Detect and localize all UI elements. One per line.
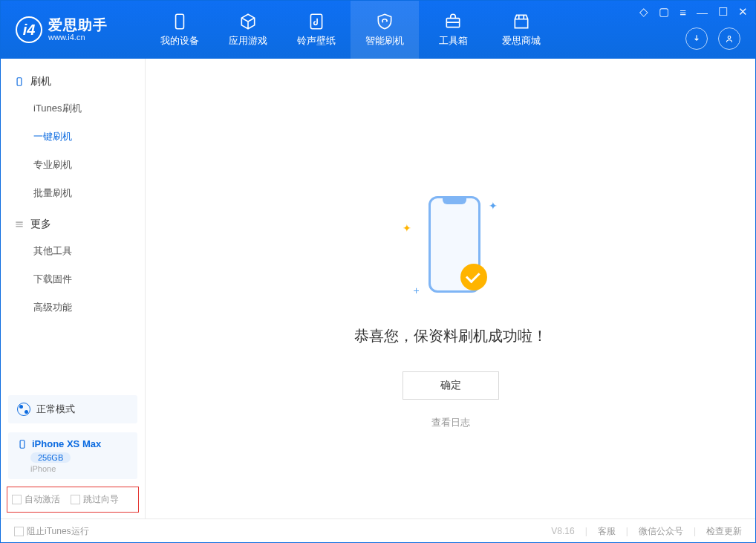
tab-label: 我的设备: [160, 34, 199, 48]
tab-smart-flash[interactable]: 智能刷机: [351, 1, 419, 59]
logo-icon: i4: [16, 16, 42, 43]
download-icon: [691, 33, 702, 44]
main-content: ✦ ✦ + 恭喜您，保资料刷机成功啦！ 确定 查看日志: [146, 59, 755, 518]
mode-icon: [17, 403, 30, 416]
sidebar-item-batch-flash[interactable]: 批量刷机: [1, 179, 145, 207]
checkbox-block-itunes[interactable]: 阻止iTunes运行: [14, 525, 89, 538]
sidebar-group-flash: 刷机: [1, 69, 145, 94]
note-icon[interactable]: ▢: [659, 5, 669, 19]
svg-rect-4: [17, 78, 22, 86]
tab-ringtone-wallpaper[interactable]: 铃声壁纸: [282, 1, 351, 59]
footer: 阻止iTunes运行 V8.16 | 客服 | 微信公众号 | 检查更新: [1, 518, 755, 543]
tab-label: 应用游戏: [229, 34, 267, 48]
toolbox-icon: [443, 12, 463, 31]
mode-label: 正常模式: [36, 403, 75, 416]
logo-area: i4 爱思助手 www.i4.cn: [1, 16, 146, 43]
app-header: i4 爱思助手 www.i4.cn 我的设备 应用游戏 铃声壁纸 智能刷机 工具…: [1, 1, 755, 59]
tab-toolbox[interactable]: 工具箱: [419, 1, 487, 59]
user-icon: [724, 33, 734, 44]
checkbox-highlight-row: 自动激活 跳过向导: [7, 487, 139, 513]
mode-box[interactable]: 正常模式: [8, 395, 137, 423]
success-illustration: ✦ ✦ +: [395, 192, 506, 304]
checkbox-auto-activate[interactable]: 自动激活: [12, 493, 60, 506]
device-name: iPhone XS Max: [32, 438, 101, 449]
header-right-icons: [685, 27, 740, 50]
sidebar-item-itunes-flash[interactable]: iTunes刷机: [1, 94, 145, 123]
ok-button[interactable]: 确定: [403, 371, 499, 400]
minimize-button[interactable]: —: [697, 6, 708, 19]
tab-store[interactable]: 爱思商城: [487, 1, 555, 59]
tab-my-device[interactable]: 我的设备: [146, 1, 214, 59]
download-button[interactable]: [685, 27, 708, 50]
svg-rect-1: [310, 14, 322, 29]
phone-small-icon: [17, 439, 27, 449]
app-subtitle: www.i4.cn: [48, 33, 108, 42]
window-controls: ◇ ▢ ≡ — ☐ ✕: [639, 5, 748, 19]
sidebar-item-advanced[interactable]: 高级功能: [1, 293, 145, 322]
footer-link-wechat[interactable]: 微信公众号: [639, 525, 683, 538]
tab-label: 工具箱: [439, 34, 468, 48]
shirt-icon[interactable]: ◇: [639, 5, 648, 19]
app-title: 爱思助手: [48, 18, 108, 33]
svg-rect-5: [20, 440, 25, 448]
tab-label: 爱思商城: [502, 34, 541, 48]
success-message: 恭喜您，保资料刷机成功啦！: [354, 326, 547, 346]
menu-icon[interactable]: ≡: [680, 6, 686, 19]
device-type: iPhone: [30, 464, 128, 473]
footer-link-update[interactable]: 检查更新: [706, 525, 742, 538]
nav-tabs: 我的设备 应用游戏 铃声壁纸 智能刷机 工具箱 爱思商城: [146, 1, 555, 59]
sparkle-icon: ✦: [489, 200, 498, 212]
sidebar: 刷机 iTunes刷机 一键刷机 专业刷机 批量刷机 更多 其他工具 下载固件 …: [1, 59, 146, 518]
music-file-icon: [307, 12, 326, 31]
tab-label: 铃声壁纸: [297, 34, 336, 48]
close-button[interactable]: ✕: [738, 5, 748, 19]
sidebar-item-pro-flash[interactable]: 专业刷机: [1, 151, 145, 179]
version-label: V8.16: [551, 526, 574, 536]
maximize-button[interactable]: ☐: [718, 5, 728, 19]
svg-rect-0: [176, 14, 184, 29]
sparkle-icon: +: [414, 284, 420, 296]
cube-icon: [238, 12, 258, 31]
sidebar-item-other-tools[interactable]: 其他工具: [1, 237, 145, 265]
view-log-link[interactable]: 查看日志: [431, 416, 470, 429]
store-icon: [512, 12, 531, 31]
phone-icon: [14, 77, 25, 87]
sidebar-group-more: 更多: [1, 212, 145, 237]
sidebar-item-download-firmware[interactable]: 下载固件: [1, 265, 145, 293]
tab-label: 智能刷机: [365, 34, 404, 48]
device-icon: [170, 12, 189, 31]
shield-sync-icon: [375, 12, 394, 31]
sparkle-icon: ✦: [403, 222, 411, 234]
tab-apps-games[interactable]: 应用游戏: [214, 1, 282, 59]
sidebar-item-onekey-flash[interactable]: 一键刷机: [1, 123, 145, 151]
list-icon: [14, 219, 25, 230]
checkbox-skip-guide[interactable]: 跳过向导: [71, 493, 119, 506]
check-badge-icon: [460, 264, 487, 290]
device-box[interactable]: iPhone XS Max 256GB iPhone: [8, 432, 137, 479]
account-button[interactable]: [718, 27, 740, 50]
svg-point-3: [728, 36, 731, 39]
storage-badge: 256GB: [30, 452, 71, 463]
footer-link-service[interactable]: 客服: [598, 525, 616, 538]
